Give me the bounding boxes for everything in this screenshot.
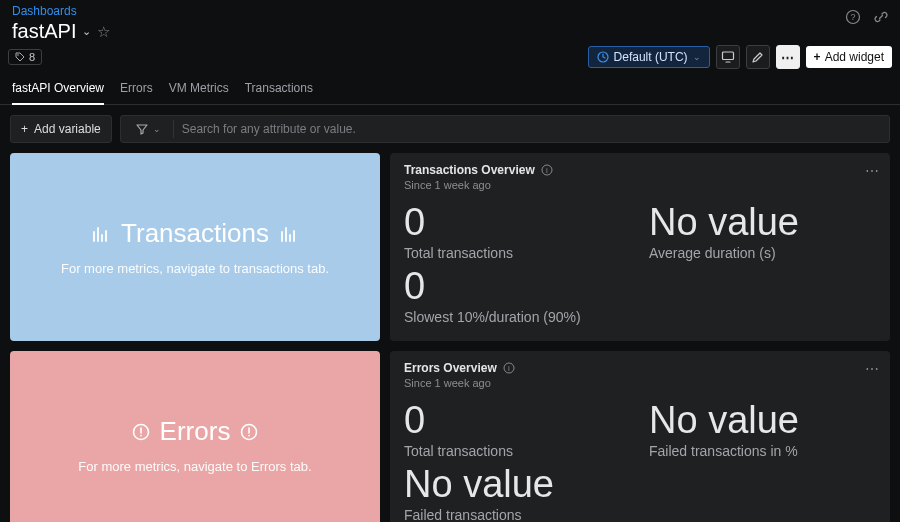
- banner-subtitle: For more metrics, navigate to Errors tab…: [78, 459, 311, 474]
- metric-label: Total transactions: [404, 245, 631, 261]
- metric-value: 0: [404, 401, 631, 441]
- svg-point-2: [17, 54, 19, 56]
- tabs: fastAPI Overview Errors VM Metrics Trans…: [0, 75, 900, 105]
- more-button[interactable]: ⋯: [776, 45, 800, 69]
- metric-value: No value: [649, 203, 876, 243]
- metric-label: Total transactions: [404, 443, 631, 459]
- filter-button[interactable]: ⌄: [131, 116, 165, 142]
- metric-value: No value: [404, 465, 631, 505]
- metric-label: Slowest 10%/duration (90%): [404, 309, 631, 325]
- panel-menu-button[interactable]: ⋯: [865, 361, 880, 377]
- svg-text:?: ?: [850, 12, 855, 22]
- funnel-icon: [135, 122, 149, 136]
- add-widget-button[interactable]: + Add widget: [806, 46, 892, 68]
- metric-label: Failed transactions in %: [649, 443, 876, 459]
- errors-banner[interactable]: Errors For more metrics, navigate to Err…: [10, 351, 380, 522]
- timezone-button[interactable]: Default (UTC) ⌄: [588, 46, 710, 68]
- divider: [173, 120, 174, 138]
- alert-icon: [240, 423, 258, 441]
- svg-point-10: [248, 434, 250, 436]
- tv-mode-button[interactable]: [716, 45, 740, 69]
- info-icon[interactable]: i: [541, 164, 553, 176]
- timezone-label: Default (UTC): [614, 50, 688, 64]
- star-icon[interactable]: ☆: [97, 23, 110, 41]
- help-icon[interactable]: ?: [842, 6, 864, 28]
- tag-chip[interactable]: 8: [8, 49, 42, 65]
- add-variable-button[interactable]: + Add variable: [10, 115, 112, 143]
- alert-icon: [132, 423, 150, 441]
- svg-text:i: i: [508, 364, 510, 373]
- panel-menu-button[interactable]: ⋯: [865, 163, 880, 179]
- tab-vm-metrics[interactable]: VM Metrics: [169, 75, 229, 104]
- pencil-icon: [751, 51, 764, 64]
- page-title: fastAPI: [12, 20, 76, 43]
- banner-title: Transactions: [121, 218, 269, 249]
- transactions-overview-panel: ⋯ Transactions Overview i Since 1 week a…: [390, 153, 890, 341]
- add-variable-label: Add variable: [34, 122, 101, 136]
- tab-transactions[interactable]: Transactions: [245, 75, 313, 104]
- errors-overview-panel: ⋯ Errors Overview i Since 1 week ago 0 T…: [390, 351, 890, 522]
- tab-fastapi-overview[interactable]: fastAPI Overview: [12, 75, 104, 105]
- ellipsis-icon: ⋯: [781, 50, 795, 65]
- svg-rect-4: [722, 52, 733, 60]
- chevron-down-icon: ⌄: [693, 52, 701, 62]
- chevron-down-icon[interactable]: ⌄: [82, 25, 91, 38]
- breadcrumb[interactable]: Dashboards: [8, 4, 114, 18]
- tab-errors[interactable]: Errors: [120, 75, 153, 104]
- plus-icon: +: [21, 122, 28, 136]
- metric-value: No value: [649, 401, 876, 441]
- clock-icon: [597, 51, 609, 63]
- metric-value: 0: [404, 267, 631, 307]
- monitor-icon: [721, 50, 735, 64]
- add-widget-label: Add widget: [825, 50, 884, 64]
- transactions-banner[interactable]: Transactions For more metrics, navigate …: [10, 153, 380, 341]
- svg-point-8: [140, 434, 142, 436]
- search-bar: ⌄: [120, 115, 890, 143]
- panel-since: Since 1 week ago: [404, 179, 876, 191]
- metric-label: Failed transactions: [404, 507, 631, 522]
- tag-count: 8: [29, 51, 35, 63]
- metric-value: 0: [404, 203, 631, 243]
- panel-since: Since 1 week ago: [404, 377, 876, 389]
- metric-label: Average duration (s): [649, 245, 876, 261]
- plus-icon: +: [814, 50, 821, 64]
- banner-title: Errors: [160, 416, 231, 447]
- link-icon[interactable]: [870, 6, 892, 28]
- bar-chart-icon: [279, 224, 299, 244]
- info-icon[interactable]: i: [503, 362, 515, 374]
- panel-title: Transactions Overview: [404, 163, 535, 177]
- bar-chart-icon: [91, 224, 111, 244]
- tag-icon: [15, 52, 25, 62]
- panel-title: Errors Overview: [404, 361, 497, 375]
- search-input[interactable]: [182, 116, 879, 142]
- banner-subtitle: For more metrics, navigate to transactio…: [61, 261, 329, 276]
- edit-button[interactable]: [746, 45, 770, 69]
- svg-text:i: i: [546, 166, 548, 175]
- chevron-down-icon: ⌄: [153, 124, 161, 134]
